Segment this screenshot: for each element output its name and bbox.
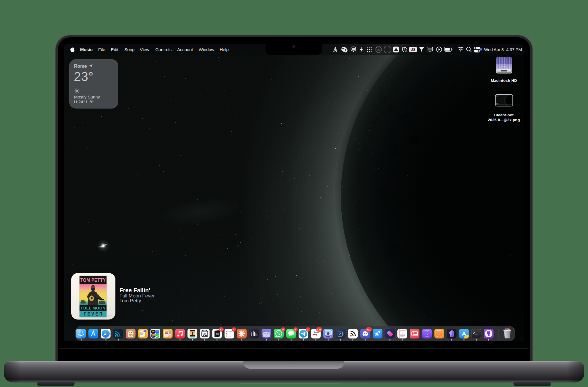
svg-text:1: 1 <box>345 49 346 52</box>
svg-text:31: 31 <box>202 332 207 336</box>
svg-text:8: 8 <box>378 48 380 52</box>
svg-text:US: US <box>411 47 415 51</box>
svg-text:N: N <box>216 332 219 336</box>
